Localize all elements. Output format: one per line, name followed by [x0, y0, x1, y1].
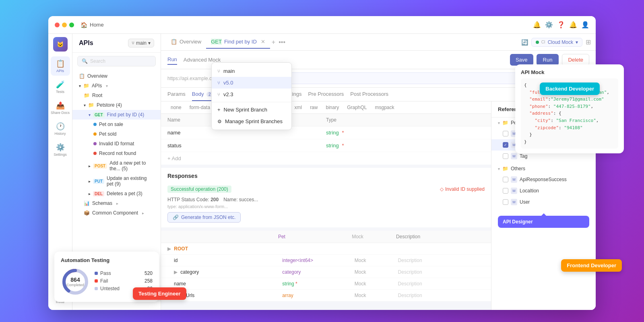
save-button[interactable]: Save — [510, 54, 533, 66]
user-checkbox[interactable] — [503, 199, 508, 205]
tree-item-pet-sold[interactable]: Pet sold — [72, 129, 161, 139]
body-tab-formdata[interactable]: form-data — [186, 103, 213, 112]
tree-item-del[interactable]: ▸ DEL Deletes a pet (3) — [72, 189, 161, 198]
dropdown-item-v23[interactable]: ⑂ v2.3 — [212, 89, 291, 100]
plus-icon: + — [217, 107, 221, 113]
tree-item-put-update[interactable]: ▸ PUT Update an existing pet (9) — [72, 173, 161, 189]
tab-overview-icon: 📋 — [171, 39, 177, 45]
body-tab-msgpack[interactable]: msgpack — [372, 103, 398, 112]
tree-item-get-findpet[interactable]: ▾ GET Find pet by ID (4) — [72, 110, 161, 120]
body-tab-xml[interactable]: xml — [291, 103, 305, 112]
params-tab-pre[interactable]: Pre Processors — [308, 88, 344, 101]
fail-dot — [95, 279, 98, 283]
params-tab-body[interactable]: Body 2 — [192, 88, 213, 101]
root-key-name: name — [167, 281, 282, 287]
schema-location-item[interactable]: M Localtion — [491, 185, 596, 196]
tab-overview[interactable]: 📋 Overview — [166, 35, 206, 49]
post-badge: POST — [93, 163, 107, 169]
tree-item-record-not-found[interactable]: Record not found — [72, 149, 161, 158]
common-component-label: Common Component — [92, 210, 138, 216]
delete-button[interactable]: Delete — [562, 54, 589, 66]
maximize-button[interactable] — [69, 23, 74, 27]
root-table: Pet Mock Description ▶ ROOT id — [161, 231, 491, 301]
toolbar-tab-run[interactable]: Run — [167, 55, 177, 65]
dropdown-item-main[interactable]: ⑂ main — [212, 65, 291, 77]
tag-model-icon: M — [511, 153, 517, 159]
layout-icon[interactable]: ⊞ — [586, 38, 591, 46]
home-nav[interactable]: 🏠 Home — [80, 22, 104, 28]
apiresponse-item-label: ApiResponseSuccess — [520, 177, 567, 182]
tab-close-icon[interactable]: ✕ — [261, 39, 265, 45]
api-sidebar-header: APIs ⑂ main ▾ — [72, 34, 161, 53]
dropdown-new-sprint[interactable]: + New Sprint Branch — [212, 104, 291, 116]
add-field-button[interactable]: + Add — [161, 152, 491, 165]
sidebar-item-sharedocs[interactable]: 📤 Share Docs — [51, 98, 70, 118]
tag-checkbox[interactable] — [503, 153, 508, 159]
body-tab-binary[interactable]: binary — [322, 103, 342, 112]
avatar-icon[interactable]: 👤 — [581, 21, 589, 29]
settings-label: Settings — [54, 153, 67, 157]
tree-item-pet-on-sale[interactable]: Pet on sale — [72, 120, 161, 129]
tab-bar-right: 🔄 CI Cloud Mock ▾ ⊞ — [521, 38, 591, 47]
question-icon[interactable]: ❓ — [557, 21, 565, 29]
schema-user-item[interactable]: M User — [491, 196, 596, 208]
overview-label: Overview — [87, 73, 107, 79]
apiresponse-checkbox[interactable] — [503, 177, 508, 182]
sidebar-item-history[interactable]: 🕐 History — [51, 119, 70, 138]
apis-folder-icon: 📁 — [83, 83, 89, 89]
location-checkbox[interactable] — [503, 188, 508, 194]
gear-icon[interactable]: ⚙️ — [545, 21, 553, 29]
schema-apiresponse-item[interactable]: M ApiResponseSuccess — [491, 174, 596, 185]
dropdown-item-v5[interactable]: ⑂ v5.0 — [212, 77, 291, 89]
post-expand: ▸ — [89, 164, 91, 168]
testing-tooltip-text: Testing Engineer — [138, 291, 181, 297]
body-tab-raw[interactable]: raw — [307, 103, 321, 112]
sidebar-item-settings[interactable]: ⚙️ Settings — [51, 140, 70, 159]
refresh-icon[interactable]: 🔄 — [521, 39, 528, 45]
app-avatar[interactable]: 🐱 — [53, 37, 68, 52]
dropdown-manage-sprint[interactable]: ⚙ Manage Sprint Branches — [212, 116, 291, 127]
tree-item-post-add[interactable]: ▸ POST Add a new pet to the... (5) — [72, 158, 161, 173]
run-button[interactable]: Run — [537, 54, 559, 66]
schema-others-group[interactable]: ▾ 📁 Others — [491, 163, 596, 174]
sidebar-item-apis[interactable]: 📋 APIs — [51, 56, 70, 76]
root-desc-photo: Description — [398, 293, 485, 298]
tree-item-petstore[interactable]: ▾ 📁 Petstore (4) — [72, 100, 161, 110]
minimize-button[interactable] — [62, 23, 67, 27]
root-expand[interactable]: ▶ — [167, 246, 171, 252]
root-mock-id[interactable]: Mock — [355, 258, 398, 263]
search-box[interactable]: 🔍 Search — [77, 56, 156, 66]
mock-val-zip: "94108" — [564, 125, 582, 130]
notification-icon[interactable]: 🔔 — [569, 21, 577, 29]
tree-item-schemas[interactable]: 📊 Schemas ▸ — [72, 198, 161, 208]
params-tab-params[interactable]: Params — [167, 88, 186, 101]
params-tab-post[interactable]: Post Processors — [350, 88, 388, 101]
root-mock-photo[interactable]: Mock — [355, 293, 398, 298]
root-label: ▶ ROOT — [167, 246, 485, 252]
root-row-category: ▶ category category Mock Description — [161, 266, 491, 278]
tree-item-common-component[interactable]: 📦 Common Component ▸ — [72, 208, 161, 218]
generate-button[interactable]: 🔗 Generate from JSON etc. — [167, 212, 241, 223]
cloud-mock-button[interactable]: CI Cloud Mock ▾ — [531, 38, 582, 47]
root-mock-category[interactable]: Mock — [355, 269, 398, 275]
category-checkbox[interactable] — [503, 142, 508, 148]
location-item-label: Localtion — [520, 188, 539, 194]
add-tab-button[interactable]: + — [270, 37, 277, 47]
branch-button[interactable]: ⑂ main ▾ — [128, 39, 154, 47]
body-tab-none[interactable]: none — [167, 103, 185, 112]
tree-item-invalid-id[interactable]: Invalid ID format — [72, 139, 161, 149]
tree-item-overview[interactable]: 📋 Overview — [72, 71, 161, 81]
sidebar-item-tests[interactable]: 🧪 Tests — [51, 77, 70, 97]
tab-get-findpet[interactable]: GET Find pet by ID ✕ — [206, 35, 270, 49]
bell-icon[interactable]: 🔔 — [533, 21, 541, 29]
pet-checkbox[interactable] — [503, 131, 508, 136]
component-expand: ▸ — [142, 211, 144, 215]
del-label: Deletes a pet (3) — [107, 191, 142, 196]
pet-group-expand: ▾ — [498, 121, 500, 125]
tree-item-root[interactable]: 📁 Root — [72, 91, 161, 100]
body-tab-graphql[interactable]: GraphQL — [344, 103, 370, 112]
root-mock-name[interactable]: Mock — [355, 281, 398, 287]
tree-item-apis[interactable]: ▾ 📁 APIs ▾ — [72, 81, 161, 91]
close-button[interactable] — [55, 23, 60, 27]
tab-menu-button[interactable]: ••• — [277, 37, 287, 47]
